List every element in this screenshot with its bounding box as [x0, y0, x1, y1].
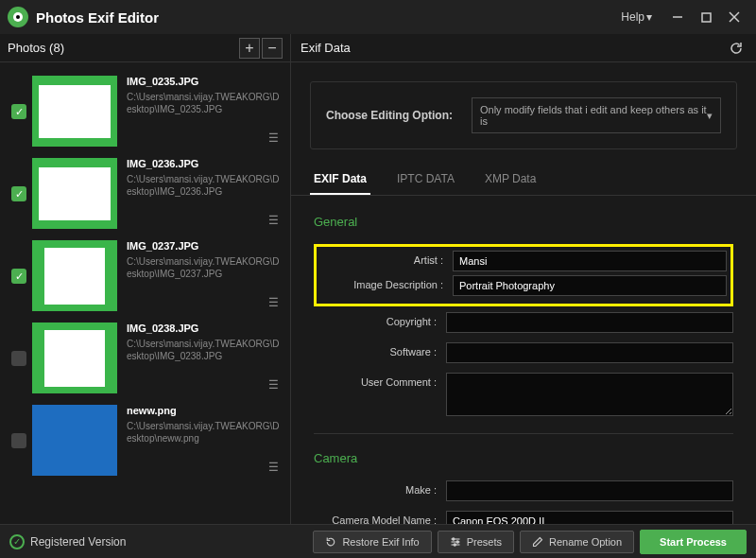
photo-name: neww.png — [127, 405, 283, 416]
refresh-button[interactable] — [726, 38, 747, 59]
item-menu-icon[interactable]: ☰ — [268, 131, 279, 145]
add-photo-button[interactable]: + — [239, 38, 260, 59]
photo-path: C:\Users\mansi.vijay.TWEAKORG\Desktop\IM… — [127, 255, 283, 280]
copyright-label: Copyright : — [314, 312, 437, 327]
minimize-button[interactable] — [663, 3, 692, 31]
remove-photo-button[interactable]: − — [262, 38, 283, 59]
list-item[interactable]: IMG_0238.JPGC:\Users\mansi.vijay.TWEAKOR… — [4, 317, 286, 399]
item-menu-icon[interactable]: ☰ — [268, 296, 279, 309]
model-label: Camera Model Name : — [314, 511, 437, 524]
thumbnail — [32, 323, 117, 393]
exif-title: Exif Data — [301, 41, 351, 55]
checkbox[interactable]: ✓ — [11, 186, 26, 201]
start-process-button[interactable]: Start Process — [640, 530, 747, 554]
photo-path: C:\Users\mansi.vijay.TWEAKORG\Desktop\IM… — [127, 338, 283, 362]
model-input[interactable] — [446, 511, 733, 524]
rename-button[interactable]: Rename Option — [520, 531, 634, 553]
copyright-input[interactable] — [446, 312, 733, 333]
make-input[interactable] — [446, 480, 733, 501]
presets-button[interactable]: Presets — [438, 531, 514, 553]
item-menu-icon[interactable]: ☰ — [268, 214, 279, 227]
photo-name: IMG_0238.JPG — [127, 323, 283, 334]
photo-list[interactable]: ✓IMG_0235.JPGC:\Users\mansi.vijay.TWEAKO… — [0, 62, 290, 524]
checkbox[interactable]: ✓ — [11, 104, 26, 119]
list-item[interactable]: ✓IMG_0235.JPGC:\Users\mansi.vijay.TWEAKO… — [4, 70, 286, 152]
photo-path: C:\Users\mansi.vijay.TWEAKORG\Desktop\ne… — [127, 420, 283, 445]
restore-button[interactable]: Restore Exif Info — [313, 531, 431, 553]
titlebar: Photos Exif Editor Help▾ — [0, 0, 756, 34]
list-item[interactable]: ✓IMG_0237.JPGC:\Users\mansi.vijay.TWEAKO… — [4, 235, 286, 317]
thumbnail — [32, 405, 117, 476]
highlight-group: Artist : Image Description : — [314, 244, 733, 306]
photo-meta: IMG_0235.JPGC:\Users\mansi.vijay.TWEAKOR… — [117, 76, 283, 115]
photos-panel: Photos (8) + − ✓IMG_0235.JPGC:\Users\man… — [0, 34, 291, 524]
photo-meta: neww.pngC:\Users\mansi.vijay.TWEAKORG\De… — [117, 405, 283, 445]
list-item[interactable]: ✓IMG_0236.JPGC:\Users\mansi.vijay.TWEAKO… — [4, 152, 286, 235]
editing-option-select[interactable]: Only modify fields that i edit and keep … — [472, 97, 721, 133]
photos-header: Photos (8) + − — [0, 34, 290, 62]
check-icon: ✓ — [9, 534, 25, 549]
section-camera: Camera — [314, 451, 733, 465]
checkbox[interactable]: ✓ — [11, 269, 26, 284]
make-label: Make : — [314, 480, 437, 496]
option-row: Choose Editing Option: Only modify field… — [291, 62, 756, 165]
item-menu-icon[interactable]: ☰ — [268, 461, 279, 474]
photo-meta: IMG_0238.JPGC:\Users\mansi.vijay.TWEAKOR… — [117, 323, 283, 362]
section-general: General — [314, 215, 733, 229]
thumbnail — [32, 76, 117, 147]
photo-name: IMG_0235.JPG — [127, 76, 283, 87]
photo-path: C:\Users\mansi.vijay.TWEAKORG\Desktop\IM… — [127, 173, 283, 198]
svg-point-8 — [456, 540, 458, 542]
maximize-button[interactable] — [692, 3, 720, 31]
artist-label: Artist : — [320, 251, 443, 266]
checkbox[interactable] — [11, 433, 26, 448]
main: Photos (8) + − ✓IMG_0235.JPGC:\Users\man… — [0, 34, 756, 524]
registered-status: ✓ Registered Version — [9, 534, 126, 549]
exif-header: Exif Data — [291, 34, 756, 62]
photo-meta: IMG_0237.JPGC:\Users\mansi.vijay.TWEAKOR… — [117, 240, 283, 280]
desc-label: Image Description : — [320, 275, 443, 290]
thumbnail — [32, 158, 117, 229]
exif-panel: Exif Data Choose Editing Option: Only mo… — [291, 34, 756, 524]
form-area[interactable]: General Artist : Image Description : Cop… — [291, 196, 756, 524]
svg-rect-1 — [702, 13, 711, 22]
comment-label: User Comment : — [314, 373, 437, 388]
photo-name: IMG_0236.JPG — [127, 158, 283, 169]
item-menu-icon[interactable]: ☰ — [268, 378, 279, 392]
photo-path: C:\Users\mansi.vijay.TWEAKORG\Desktop\IM… — [127, 91, 283, 115]
footer: ✓ Registered Version Restore Exif Info P… — [0, 524, 756, 558]
tab-exif[interactable]: EXIF Data — [310, 165, 370, 195]
thumbnail — [32, 240, 117, 311]
chevron-down-icon: ▾ — [707, 110, 713, 122]
help-menu[interactable]: Help▾ — [621, 10, 652, 24]
list-item[interactable]: neww.pngC:\Users\mansi.vijay.TWEAKORG\De… — [4, 399, 286, 481]
option-label: Choose Editing Option: — [326, 109, 453, 122]
tab-iptc[interactable]: IPTC DATA — [393, 165, 458, 195]
photo-name: IMG_0237.JPG — [127, 240, 283, 252]
close-button[interactable] — [720, 3, 748, 31]
photos-title: Photos (8) — [8, 41, 64, 55]
photo-meta: IMG_0236.JPGC:\Users\mansi.vijay.TWEAKOR… — [117, 158, 283, 198]
artist-input[interactable] — [453, 251, 727, 271]
svg-point-9 — [454, 543, 455, 545]
divider — [314, 433, 733, 434]
svg-point-7 — [452, 537, 454, 539]
app-logo — [8, 7, 28, 27]
app-title: Photos Exif Editor — [36, 9, 159, 26]
tab-xmp[interactable]: XMP Data — [481, 165, 540, 195]
comment-input[interactable] — [446, 373, 733, 416]
software-input[interactable] — [446, 342, 733, 363]
tabs: EXIF Data IPTC DATA XMP Data — [291, 165, 756, 196]
checkbox[interactable] — [11, 351, 26, 366]
software-label: Software : — [314, 342, 437, 357]
desc-input[interactable] — [453, 275, 727, 296]
